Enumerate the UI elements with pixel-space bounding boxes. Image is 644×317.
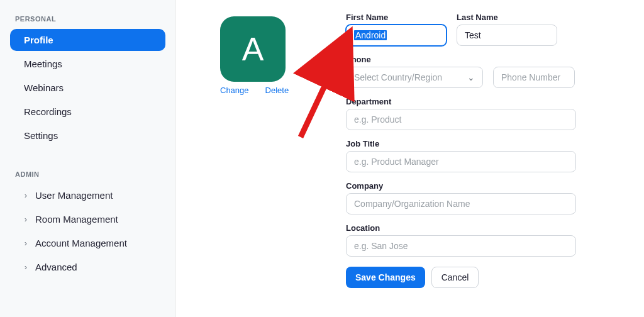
chevron-right-icon: ›: [21, 262, 30, 272]
avatar-change-link[interactable]: Change: [220, 86, 249, 95]
last-name-label: Last Name: [457, 13, 557, 22]
job-title-field[interactable]: [346, 151, 576, 172]
sidebar-item-user-management[interactable]: ›User Management: [10, 184, 165, 206]
chevron-right-icon: ›: [21, 238, 30, 248]
chevron-down-icon: ⌄: [467, 72, 475, 82]
department-label: Department: [346, 97, 613, 106]
sidebar-item-room-management[interactable]: ›Room Management: [10, 208, 165, 230]
cancel-button[interactable]: Cancel: [431, 267, 479, 288]
first-name-label: First Name: [346, 13, 447, 22]
sidebar-item-recordings[interactable]: Recordings: [10, 101, 165, 123]
company-field[interactable]: [346, 193, 576, 214]
phone-country-select[interactable]: Select Country/Region ⌄: [346, 67, 483, 88]
sidebar-item-label: Profile: [24, 35, 53, 45]
sidebar-item-label: Account Management: [35, 238, 127, 248]
sidebar-item-webinars[interactable]: Webinars: [10, 77, 165, 99]
last-name-field[interactable]: [457, 25, 557, 46]
sidebar-item-settings[interactable]: Settings: [10, 125, 165, 147]
chevron-right-icon: ›: [21, 214, 30, 224]
phone-label: Phone: [346, 55, 613, 64]
sidebar-item-label: User Management: [35, 190, 113, 201]
sidebar-item-advanced[interactable]: ›Advanced: [10, 256, 165, 278]
chevron-right-icon: ›: [21, 191, 30, 200]
sidebar-item-label: Room Management: [35, 214, 118, 225]
location-field[interactable]: [346, 235, 576, 257]
personal-section-header: PERSONAL: [10, 13, 165, 29]
avatar-delete-link[interactable]: Delete: [265, 86, 289, 95]
profile-form: First Name Android Last Name Phone Selec…: [346, 13, 613, 288]
sidebar-item-account-management[interactable]: ›Account Management: [10, 232, 165, 254]
first-name-field[interactable]: Android: [346, 25, 447, 46]
avatar[interactable]: A: [220, 16, 286, 82]
sidebar-item-label: Recordings: [24, 106, 72, 117]
avatar-section: A Change Delete: [220, 16, 308, 95]
sidebar-item-meetings[interactable]: Meetings: [10, 53, 165, 75]
avatar-initial: A: [242, 30, 264, 68]
location-label: Location: [346, 223, 613, 233]
sidebar-item-label: Meetings: [24, 58, 62, 69]
company-label: Company: [346, 181, 613, 191]
admin-section-header: ADMIN: [10, 168, 165, 184]
sidebar-item-profile[interactable]: Profile: [10, 29, 165, 51]
phone-country-placeholder: Select Country/Region: [354, 72, 442, 82]
save-button[interactable]: Save Changes: [346, 267, 425, 288]
sidebar: PERSONAL Profile Meetings Webinars Recor…: [0, 0, 176, 317]
main-content: A Change Delete First Name Android Last …: [176, 0, 644, 317]
sidebar-item-label: Settings: [24, 130, 58, 141]
sidebar-item-label: Advanced: [35, 262, 77, 272]
phone-number-field[interactable]: [493, 67, 575, 88]
job-title-label: Job Title: [346, 139, 613, 148]
first-name-value: Android: [354, 30, 387, 40]
sidebar-item-label: Webinars: [24, 82, 64, 93]
department-field[interactable]: [346, 109, 576, 130]
